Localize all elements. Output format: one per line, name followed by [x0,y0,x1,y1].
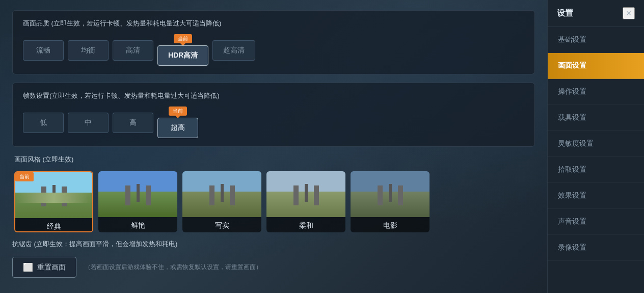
sidebar-item-graphics[interactable]: 画面设置 [548,53,644,79]
reset-row: ⬜ 重置画面 （若画面设置后游戏体验不佳，或需恢复默认设置，请重置画面） [12,257,535,278]
sidebar-header: 设置 × [548,0,644,27]
style-cinematic[interactable]: 电影 [351,171,430,232]
sidebar-item-controls[interactable]: 操作设置 [548,79,644,105]
sidebar-item-sensitivity[interactable]: 灵敏度设置 [548,131,644,157]
sidebar-item-basic[interactable]: 基础设置 [548,27,644,53]
sidebar-item-pickup[interactable]: 拾取设置 [548,157,644,183]
quality-balanced-wrapper: 均衡 [68,40,109,61]
style-classic[interactable]: 当前 经典 [14,171,93,232]
sidebar-title: 设置 [557,8,573,19]
quality-balanced-btn[interactable]: 均衡 [68,40,109,61]
aa-label: 抗锯齿 (立即生效；提高画面平滑，但会增加发热和耗电) [12,239,535,249]
sidebar-item-vehicle[interactable]: 载具设置 [548,105,644,131]
fps-medium-wrapper: 中 [68,113,109,133]
sidebar-nav: 基础设置画面设置操作设置载具设置灵敏度设置拾取设置效果设置声音设置录像设置 [548,27,644,293]
reset-button-label: 重置画面 [37,263,66,272]
fps-section: 帧数设置(立即生效，若运行卡顿、发热量和耗电量过大可适当降低) 低 中 高 当前… [12,83,535,147]
close-button[interactable]: × [623,7,635,19]
quality-ultra-btn[interactable]: 超高清 [212,40,255,61]
fps-low-wrapper: 低 [23,113,64,133]
quality-hd-wrapper: 高清 [113,40,153,61]
style-vivid-label: 鲜艳 [98,217,177,232]
quality-btn-row: 流畅 均衡 高清 当前 HDR高清 超高清 [23,35,524,66]
quality-section: 画面品质 (立即生效，若运行卡顿、发热量和耗电量过大可适当降低) 流畅 均衡 高… [12,10,535,74]
style-realistic[interactable]: 写实 [182,171,261,232]
quality-smooth-btn[interactable]: 流畅 [23,40,64,61]
main-panel: 画面品质 (立即生效，若运行卡顿、发热量和耗电量过大可适当降低) 流畅 均衡 高… [0,0,547,293]
style-grid: 当前 经典 鲜艳 写实 柔和 电影 [14,171,533,232]
quality-hd-btn[interactable]: 高清 [113,40,153,61]
quality-current-badge: 当前 [174,34,192,43]
reset-icon: ⬜ [23,262,33,272]
style-realistic-label: 写实 [182,217,261,232]
quality-label: 画面品质 (立即生效，若运行卡顿、发热量和耗电量过大可适当降低) [23,19,524,28]
fps-high-btn[interactable]: 高 [113,113,153,133]
style-realistic-thumb [182,171,261,217]
style-soft-thumb [266,171,345,217]
style-soft-label: 柔和 [266,217,345,232]
fps-ultra-wrapper: 当前 超高 [157,118,198,138]
style-soft[interactable]: 柔和 [266,171,345,232]
sidebar: 设置 × 基础设置画面设置操作设置载具设置灵敏度设置拾取设置效果设置声音设置录像… [547,0,644,293]
quality-ultra-wrapper: 超高清 [212,40,255,61]
fps-ultra-btn[interactable]: 超高 [157,118,198,138]
sidebar-item-recording[interactable]: 录像设置 [548,235,644,261]
quality-smooth-wrapper: 流畅 [23,40,64,61]
reset-note: （若画面设置后游戏体验不佳，或需恢复默认设置，请重置画面） [85,263,262,272]
reset-button[interactable]: ⬜ 重置画面 [12,257,76,278]
style-cinematic-label: 电影 [351,217,430,232]
style-cinematic-thumb [351,171,430,217]
style-current-badge: 当前 [15,172,34,181]
fps-btn-row: 低 中 高 当前 超高 [23,108,524,138]
quality-hdr-wrapper: 当前 HDR高清 [157,45,208,66]
fps-high-wrapper: 高 [113,113,153,133]
style-section: 画面风格 (立即生效) 当前 经典 鲜艳 写实 柔和 [12,155,535,232]
sidebar-item-effects[interactable]: 效果设置 [548,183,644,209]
sidebar-item-audio[interactable]: 声音设置 [548,209,644,235]
fps-medium-btn[interactable]: 中 [68,113,109,133]
fps-current-badge: 当前 [169,106,187,116]
fps-label: 帧数设置(立即生效，若运行卡顿、发热量和耗电量过大可适当降低) [23,91,524,100]
style-vivid-thumb [98,171,177,217]
fps-low-btn[interactable]: 低 [23,113,64,133]
style-classic-label: 经典 [15,218,92,232]
quality-hdr-btn[interactable]: HDR高清 [157,45,208,66]
style-label: 画面风格 (立即生效) [14,155,533,164]
style-vivid[interactable]: 鲜艳 [98,171,177,232]
